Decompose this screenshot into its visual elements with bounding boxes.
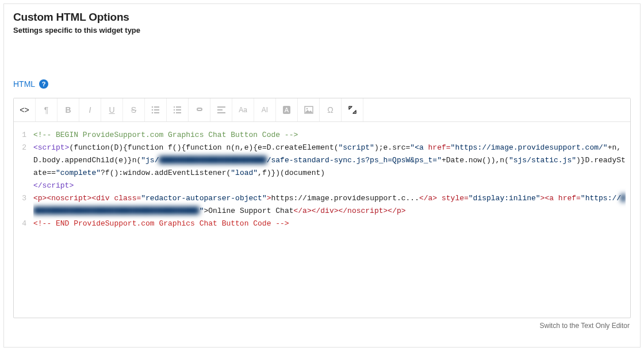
italic-button[interactable]: I bbox=[79, 98, 101, 121]
code-icon: <> bbox=[20, 105, 29, 115]
code-text: ?f():window.addEventListener( bbox=[101, 169, 231, 177]
ol-icon bbox=[173, 105, 182, 115]
editor-toolbar: <> ¶ B I U S Aa AI A Ω bbox=[14, 98, 630, 122]
underline-button[interactable]: U bbox=[101, 98, 123, 121]
fontsize-icon: Aa bbox=[239, 106, 247, 114]
align-button[interactable] bbox=[210, 98, 232, 121]
svg-rect-7 bbox=[176, 106, 181, 108]
bold-button[interactable]: B bbox=[57, 98, 79, 121]
ordered-list-button[interactable] bbox=[167, 98, 189, 121]
paragraph-button[interactable]: ¶ bbox=[36, 98, 57, 121]
line-numbers-gutter: 1 2 3 4 bbox=[14, 129, 33, 311]
line-number: 3 bbox=[17, 192, 26, 218]
code-comment: <!-- END ProvideSupport.com Graphics Cha… bbox=[33, 219, 289, 228]
link-button[interactable] bbox=[189, 98, 210, 121]
code-tag: ><a bbox=[540, 194, 554, 203]
html-section-label: HTML ? bbox=[13, 79, 631, 89]
fullscreen-button[interactable] bbox=[342, 98, 363, 121]
svg-point-4 bbox=[151, 112, 153, 114]
lineheight-button[interactable]: AI bbox=[254, 98, 276, 121]
code-attr: href= bbox=[428, 143, 451, 152]
underline-icon: U bbox=[109, 105, 114, 115]
code-string: "js/ bbox=[141, 156, 159, 165]
code-tag: > bbox=[267, 194, 271, 203]
page-subtitle: Settings specific to this widget type bbox=[13, 26, 631, 35]
code-attr: style= bbox=[437, 194, 469, 203]
code-line: <!-- BEGIN ProvideSupport.com Graphics C… bbox=[33, 129, 626, 142]
code-editor-textarea[interactable]: 1 2 3 4 <!-- BEGIN ProvideSupport.com Gr… bbox=[14, 122, 630, 318]
svg-point-16 bbox=[306, 108, 308, 110]
textcolor-icon: A bbox=[283, 106, 290, 114]
code-comment: <!-- BEGIN ProvideSupport.com Graphics C… bbox=[33, 131, 298, 139]
svg-rect-5 bbox=[154, 112, 159, 113]
code-string: "https://image.providesupport.com/" bbox=[451, 143, 608, 152]
line-number: 1 bbox=[17, 129, 26, 142]
svg-point-0 bbox=[151, 106, 153, 108]
svg-rect-3 bbox=[154, 109, 159, 110]
code-line: </script> bbox=[33, 180, 626, 192]
code-text: );e.src= bbox=[374, 143, 410, 152]
svg-rect-10 bbox=[174, 112, 175, 113]
help-icon[interactable]: ? bbox=[39, 79, 48, 89]
code-line: <!-- END ProvideSupport.com Graphics Cha… bbox=[33, 218, 626, 230]
svg-rect-13 bbox=[217, 109, 223, 110]
html-label-text: HTML bbox=[13, 79, 35, 89]
align-icon bbox=[217, 105, 226, 115]
code-tag: <p> bbox=[33, 194, 47, 203]
code-tag: <div bbox=[91, 194, 114, 203]
code-line: <script>(function(D){function f(){functi… bbox=[33, 142, 626, 180]
blurred-text: ████████████████████████ bbox=[159, 156, 266, 165]
switch-text-editor-link[interactable]: Switch to the Text Only Editor bbox=[13, 318, 631, 330]
code-string: "display:inline" bbox=[469, 194, 540, 203]
code-text: ,f)})(document) bbox=[258, 169, 325, 177]
code-string: "sjs/static.js" bbox=[509, 156, 576, 165]
image-icon bbox=[304, 105, 313, 115]
code-string: "script" bbox=[339, 143, 374, 152]
code-text: https://image.providesupport.c... bbox=[271, 194, 419, 203]
code-text: +Date.now()),n( bbox=[442, 156, 509, 165]
code-attr: href= bbox=[558, 194, 581, 203]
code-line: <p><noscript><div class="redactor-autopa… bbox=[33, 192, 626, 218]
ul-icon bbox=[151, 105, 160, 115]
code-tag: <noscript> bbox=[47, 194, 91, 203]
italic-icon: I bbox=[89, 105, 91, 115]
code-string: /safe-standard-sync.js?ps_h=QpsW&ps_t=" bbox=[267, 156, 442, 165]
code-string: "load" bbox=[231, 169, 258, 177]
paragraph-icon: ¶ bbox=[44, 105, 49, 115]
code-string: "https:// bbox=[581, 194, 621, 203]
textcolor-button[interactable]: A bbox=[276, 98, 298, 121]
unordered-list-button[interactable] bbox=[145, 98, 167, 121]
code-tag: </a></div></noscript></p> bbox=[294, 207, 406, 215]
link-icon bbox=[195, 105, 204, 115]
html-editor: <> ¶ B I U S Aa AI A Ω bbox=[13, 98, 631, 318]
code-tag: </script> bbox=[33, 181, 74, 190]
svg-rect-12 bbox=[217, 106, 225, 108]
specialchar-button[interactable]: Ω bbox=[320, 98, 342, 121]
strike-icon: S bbox=[131, 105, 136, 115]
custom-html-options-panel: Custom HTML Options Settings specific to… bbox=[3, 3, 641, 348]
code-text: >Online Support Chat bbox=[204, 207, 293, 215]
bold-icon: B bbox=[65, 105, 71, 115]
svg-rect-14 bbox=[217, 112, 225, 113]
code-tag: </a> bbox=[419, 194, 437, 203]
code-string: "complete" bbox=[56, 169, 101, 177]
strike-button[interactable]: S bbox=[123, 98, 145, 121]
svg-point-2 bbox=[151, 109, 153, 111]
svg-rect-9 bbox=[176, 109, 181, 110]
fontsize-button[interactable]: Aa bbox=[232, 98, 254, 121]
svg-rect-11 bbox=[176, 112, 181, 113]
line-number: 4 bbox=[17, 218, 26, 230]
code-view-button[interactable]: <> bbox=[14, 98, 36, 121]
code-lines: <!-- BEGIN ProvideSupport.com Graphics C… bbox=[33, 129, 626, 311]
line-number bbox=[17, 180, 26, 192]
svg-rect-6 bbox=[174, 106, 175, 108]
svg-rect-1 bbox=[154, 106, 159, 108]
code-tag: <script> bbox=[33, 143, 69, 152]
image-button[interactable] bbox=[298, 98, 320, 121]
code-attr: class= bbox=[114, 194, 141, 203]
code-text: (function(D){function f(){function n(n,e… bbox=[69, 143, 338, 152]
page-title: Custom HTML Options bbox=[13, 11, 631, 24]
code-string: "<a bbox=[410, 143, 423, 152]
switch-text-editor-label: Switch to the Text Only Editor bbox=[539, 322, 630, 330]
code-string: "redactor-autoparser-object" bbox=[141, 194, 266, 203]
